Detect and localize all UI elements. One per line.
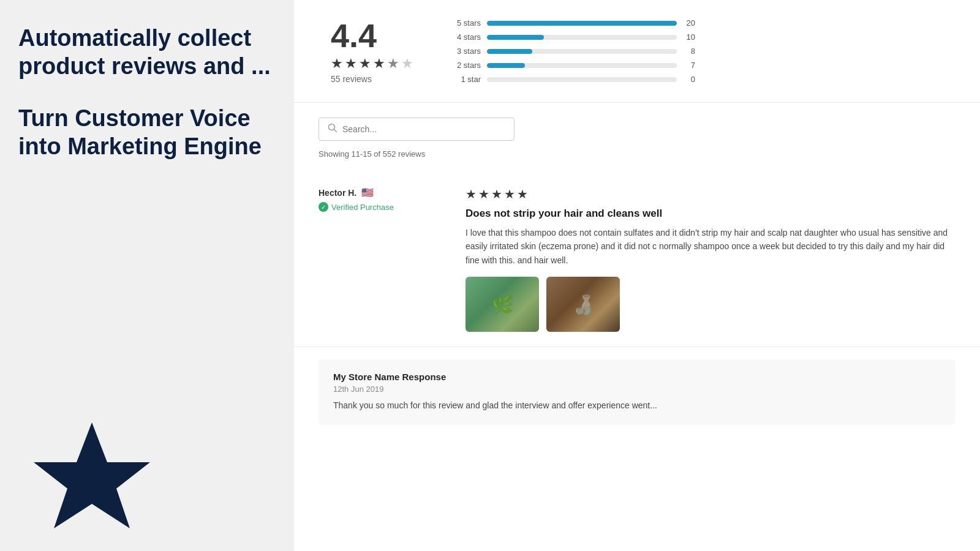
star-decoration [31,416,153,551]
bar-count-4: 10 [683,32,695,42]
bar-track-4 [487,35,677,40]
review-content: ★ ★ ★ ★ ★ Does not strip your hair and c… [466,187,956,332]
bar-label-3: 3 stars [450,47,481,56]
review-title: Does not strip your hair and cleans well [466,208,956,220]
rating-score: 4.4 [331,19,377,52]
reviewer-name-row: Hector H. 🇺🇸 [318,187,453,198]
review-images: 🌿 🍶 [466,277,956,332]
search-box[interactable] [318,118,514,141]
response-body: Thank you so much for this review and gl… [333,399,941,412]
right-panel: 4.4 ★ ★ ★ ★ ★ ★ 55 reviews 5 stars 20 [294,0,980,551]
bar-row-1: 1 star 0 [450,75,695,84]
svg-marker-0 [34,422,150,528]
reviewer-flag: 🇺🇸 [361,187,374,198]
search-section: Showing 11-15 of 552 reviews [294,103,980,166]
bar-label-5: 5 stars [450,18,481,28]
review-star-1: ★ [466,187,477,201]
bar-track-2 [487,63,677,68]
review-count: 55 reviews [331,74,372,84]
product-image-green: 🌿 [466,277,539,332]
bar-label-2: 2 stars [450,61,481,70]
bar-fill-3 [487,49,532,54]
svg-line-2 [334,130,337,132]
review-star-2: ★ [478,187,489,201]
bar-fill-5 [487,21,677,26]
star-4: ★ [373,56,385,72]
review-item: Hector H. 🇺🇸 ✓ Verified Purchase ★ ★ ★ ★ [294,172,980,347]
verified-badge: ✓ Verified Purchase [318,202,453,212]
stars-display: ★ ★ ★ ★ ★ ★ [331,56,413,72]
left-panel: Automatically collect product reviews an… [0,0,294,551]
rating-bars: 5 stars 20 4 stars 10 3 stars 8 [450,18,695,84]
reviewer-info: Hector H. 🇺🇸 ✓ Verified Purchase [318,187,453,332]
star-6-empty: ★ [401,56,413,72]
star-5-half: ★ [387,56,399,72]
bar-fill-2 [487,63,525,68]
review-star-3: ★ [491,187,502,201]
bar-count-1: 0 [683,75,695,84]
review-star-4: ★ [504,187,515,201]
bar-track-5 [487,21,677,26]
product-image-brown: 🍶 [546,277,620,332]
heading-collect: Automatically collect product reviews an… [18,24,276,80]
review-stars: ★ ★ ★ ★ ★ [466,187,956,201]
review-grid: Hector H. 🇺🇸 ✓ Verified Purchase ★ ★ ★ ★ [318,187,956,332]
reviews-list: Hector H. 🇺🇸 ✓ Verified Purchase ★ ★ ★ ★ [294,166,980,353]
bar-track-3 [487,49,677,54]
rating-big: 4.4 ★ ★ ★ ★ ★ ★ 55 reviews [331,19,413,84]
verified-label: Verified Purchase [331,203,394,212]
review-body: I love that this shampoo does not contai… [466,226,956,267]
bar-row-4: 4 stars 10 [450,32,695,42]
bar-fill-4 [487,35,544,40]
review-image-1: 🌿 [466,277,539,332]
reviewer-name: Hector H. [318,188,356,198]
star-3: ★ [359,56,371,72]
review-image-2: 🍶 [546,277,620,332]
bar-label-1: 1 star [450,75,481,84]
store-response: My Store Name Response 12th Jun 2019 Tha… [318,359,956,424]
star-1: ★ [331,56,343,72]
review-star-5: ★ [517,187,528,201]
bar-count-2: 7 [683,61,695,70]
bar-row-3: 3 stars 8 [450,47,695,56]
bar-label-4: 4 stars [450,32,481,42]
bar-count-3: 8 [683,47,695,56]
response-date: 12th Jun 2019 [333,384,941,394]
search-icon [328,123,337,135]
bar-track-1 [487,77,677,82]
bar-row-5: 5 stars 20 [450,18,695,28]
bar-row-2: 2 stars 7 [450,61,695,70]
heading-voice: Turn Customer Voice into Marketing Engin… [18,105,276,160]
response-title: My Store Name Response [333,372,941,382]
showing-text: Showing 11-15 of 552 reviews [318,149,956,159]
rating-summary: 4.4 ★ ★ ★ ★ ★ ★ 55 reviews 5 stars 20 [294,0,980,103]
bar-count-5: 20 [683,18,695,28]
verified-checkmark-icon: ✓ [318,202,328,212]
search-input[interactable] [342,124,505,134]
star-2: ★ [345,56,357,72]
